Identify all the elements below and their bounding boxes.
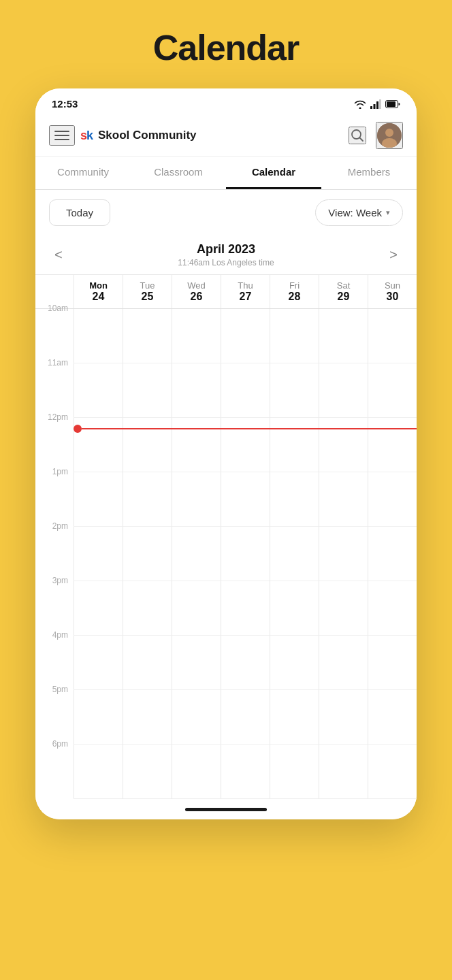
avatar-button[interactable]	[376, 122, 403, 149]
cell-fri-2[interactable]	[270, 527, 319, 581]
cell-sun-5[interactable]	[368, 690, 417, 745]
cell-sun-6[interactable]	[368, 745, 417, 799]
cell-fri-11[interactable]	[270, 363, 319, 418]
cell-sat-5[interactable]	[319, 690, 368, 745]
cell-fri-5[interactable]	[270, 690, 319, 745]
cell-tue-4[interactable]	[123, 636, 172, 690]
tab-calendar[interactable]: Calendar	[226, 157, 321, 189]
tab-community[interactable]: Community	[35, 157, 131, 189]
cell-wed-11[interactable]	[172, 363, 221, 418]
time-label-5pm: 5pm	[35, 685, 74, 739]
day-headers: Mon 24 Tue 25 Wed 26 Thu 27 Fri 28 Sat 2…	[35, 275, 417, 309]
cell-tue-11[interactable]	[123, 363, 172, 418]
cell-sat-2[interactable]	[319, 527, 368, 581]
time-grid: 10am 11am	[35, 309, 417, 799]
view-week-button[interactable]: View: Week ▾	[315, 199, 403, 226]
cell-mon-1[interactable]	[74, 472, 123, 527]
cell-sun-2[interactable]	[368, 527, 417, 581]
next-month-button[interactable]: >	[381, 243, 406, 267]
cell-mon-2[interactable]	[74, 527, 123, 581]
cell-fri-1[interactable]	[270, 472, 319, 527]
time-label-4pm: 4pm	[35, 630, 74, 685]
svg-rect-2	[376, 101, 378, 109]
cell-tue-10[interactable]	[123, 309, 172, 363]
cell-sat-10[interactable]	[319, 309, 368, 363]
cell-thu-4[interactable]	[221, 636, 270, 690]
cell-thu-5[interactable]	[221, 690, 270, 745]
nav-tabs: Community Classroom Calendar Members	[35, 157, 417, 190]
cell-sun-10[interactable]	[368, 309, 417, 363]
cell-thu-10[interactable]	[221, 309, 270, 363]
day-header-sun: Sun 30	[368, 275, 417, 308]
cell-thu-6[interactable]	[221, 745, 270, 799]
time-label-3pm: 3pm	[35, 576, 74, 630]
today-button[interactable]: Today	[49, 199, 110, 226]
cell-sun-1[interactable]	[368, 472, 417, 527]
status-bar: 12:53	[35, 88, 417, 115]
cell-wed-1[interactable]	[172, 472, 221, 527]
tab-members[interactable]: Members	[321, 157, 417, 189]
time-row-12pm: 12pm	[35, 418, 417, 472]
time-row-2pm: 2pm	[35, 527, 417, 581]
cell-wed-6[interactable]	[172, 745, 221, 799]
tab-classroom[interactable]: Classroom	[131, 157, 226, 189]
day-header-thu: Thu 27	[221, 275, 270, 308]
current-time-indicator	[35, 425, 417, 433]
hamburger-button[interactable]	[49, 125, 75, 146]
svg-rect-5	[387, 101, 396, 107]
cell-mon-5[interactable]	[74, 690, 123, 745]
cell-thu-1[interactable]	[221, 472, 270, 527]
cell-wed-4[interactable]	[172, 636, 221, 690]
cell-wed-2[interactable]	[172, 527, 221, 581]
home-indicator	[35, 799, 417, 819]
cell-wed-3[interactable]	[172, 581, 221, 636]
cell-thu-2[interactable]	[221, 527, 270, 581]
time-label-1pm: 1pm	[35, 467, 74, 521]
time-row-11am: 11am	[35, 363, 417, 418]
time-label-10am: 10am	[35, 304, 74, 358]
cell-sat-6[interactable]	[319, 745, 368, 799]
cell-mon-3[interactable]	[74, 581, 123, 636]
time-row-6pm: 6pm	[35, 745, 417, 799]
time-label-11am: 11am	[35, 358, 74, 412]
cell-mon-11[interactable]	[74, 363, 123, 418]
cell-fri-6[interactable]	[270, 745, 319, 799]
current-time-dot	[74, 425, 82, 433]
phone-frame: 12:53	[35, 88, 417, 819]
time-label-12pm: 12pm	[35, 412, 74, 467]
cell-fri-3[interactable]	[270, 581, 319, 636]
cell-tue-6[interactable]	[123, 745, 172, 799]
cell-mon-4[interactable]	[74, 636, 123, 690]
cell-wed-5[interactable]	[172, 690, 221, 745]
app-header: sk Skool Community	[35, 115, 417, 157]
status-time: 12:53	[52, 98, 78, 110]
cell-sun-4[interactable]	[368, 636, 417, 690]
page-title: Calendar	[153, 27, 300, 68]
prev-month-button[interactable]: <	[46, 243, 71, 267]
home-bar	[185, 808, 267, 811]
svg-rect-1	[374, 104, 376, 109]
cell-fri-10[interactable]	[270, 309, 319, 363]
cell-sat-1[interactable]	[319, 472, 368, 527]
status-icons	[354, 99, 400, 109]
cell-sun-3[interactable]	[368, 581, 417, 636]
cell-tue-1[interactable]	[123, 472, 172, 527]
cell-tue-3[interactable]	[123, 581, 172, 636]
cell-sat-11[interactable]	[319, 363, 368, 418]
cell-mon-6[interactable]	[74, 745, 123, 799]
cell-tue-2[interactable]	[123, 527, 172, 581]
cell-tue-5[interactable]	[123, 690, 172, 745]
cell-mon-10[interactable]	[74, 309, 123, 363]
month-info: April 2023 11:46am Los Angeles time	[178, 242, 274, 267]
signal-icon	[370, 99, 381, 109]
cell-fri-4[interactable]	[270, 636, 319, 690]
cell-sat-3[interactable]	[319, 581, 368, 636]
cell-sat-4[interactable]	[319, 636, 368, 690]
cell-thu-3[interactable]	[221, 581, 270, 636]
cell-sun-11[interactable]	[368, 363, 417, 418]
time-row-5pm: 5pm	[35, 690, 417, 745]
cell-wed-10[interactable]	[172, 309, 221, 363]
day-header-wed: Wed 26	[172, 275, 221, 308]
search-button[interactable]	[349, 127, 366, 144]
cell-thu-11[interactable]	[221, 363, 270, 418]
